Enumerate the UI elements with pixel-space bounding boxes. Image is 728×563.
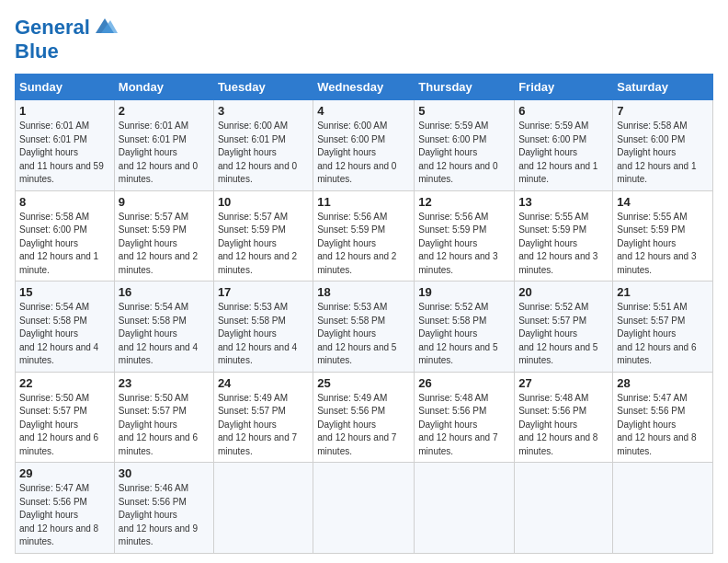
day-detail: Sunrise: 5:46 AMSunset: 5:56 PMDaylight … xyxy=(119,483,198,546)
table-cell: 10 Sunrise: 5:57 AMSunset: 5:59 PMDaylig… xyxy=(213,190,313,282)
table-cell: 8 Sunrise: 5:58 AMSunset: 6:00 PMDayligh… xyxy=(16,190,115,282)
table-cell: 4 Sunrise: 6:00 AMSunset: 6:00 PMDayligh… xyxy=(313,100,415,191)
table-cell: 6 Sunrise: 5:59 AMSunset: 6:00 PMDayligh… xyxy=(515,100,613,191)
table-cell: 24 Sunrise: 5:49 AMSunset: 5:57 PMDaylig… xyxy=(213,372,313,463)
day-number: 21 xyxy=(617,285,709,299)
day-detail: Sunrise: 5:47 AMSunset: 5:56 PMDaylight … xyxy=(19,483,98,546)
table-cell xyxy=(415,463,515,554)
day-detail: Sunrise: 5:47 AMSunset: 5:56 PMDaylight … xyxy=(617,393,696,456)
day-detail: Sunrise: 6:01 AMSunset: 6:01 PMDaylight … xyxy=(119,121,198,184)
col-header-tuesday: Tuesday xyxy=(213,75,313,100)
table-cell: 30 Sunrise: 5:46 AMSunset: 5:56 PMDaylig… xyxy=(114,463,213,554)
day-detail: Sunrise: 5:48 AMSunset: 5:56 PMDaylight … xyxy=(518,393,597,456)
logo-icon xyxy=(92,15,118,40)
table-cell: 15 Sunrise: 5:54 AMSunset: 5:58 PMDaylig… xyxy=(16,282,115,373)
table-cell xyxy=(613,463,713,554)
table-cell: 16 Sunrise: 5:54 AMSunset: 5:58 PMDaylig… xyxy=(114,282,213,373)
day-number: 30 xyxy=(119,466,210,480)
day-number: 25 xyxy=(317,376,410,390)
col-header-thursday: Thursday xyxy=(415,75,515,100)
day-number: 19 xyxy=(418,285,510,299)
day-detail: Sunrise: 5:52 AMSunset: 5:57 PMDaylight … xyxy=(518,302,597,365)
day-number: 1 xyxy=(19,104,110,118)
day-detail: Sunrise: 5:49 AMSunset: 5:56 PMDaylight … xyxy=(317,393,396,456)
table-cell: 11 Sunrise: 5:56 AMSunset: 5:59 PMDaylig… xyxy=(313,190,415,282)
day-detail: Sunrise: 5:55 AMSunset: 5:59 PMDaylight … xyxy=(518,212,597,275)
col-header-monday: Monday xyxy=(114,75,213,100)
day-detail: Sunrise: 5:55 AMSunset: 5:59 PMDaylight … xyxy=(617,212,696,275)
table-cell: 18 Sunrise: 5:53 AMSunset: 5:58 PMDaylig… xyxy=(313,282,415,373)
day-number: 11 xyxy=(317,195,410,209)
table-cell: 29 Sunrise: 5:47 AMSunset: 5:56 PMDaylig… xyxy=(16,463,115,554)
table-cell: 20 Sunrise: 5:52 AMSunset: 5:57 PMDaylig… xyxy=(515,282,613,373)
day-detail: Sunrise: 5:53 AMSunset: 5:58 PMDaylight … xyxy=(218,302,297,365)
header: General Blue xyxy=(15,15,713,63)
col-header-saturday: Saturday xyxy=(613,75,713,100)
day-detail: Sunrise: 5:49 AMSunset: 5:57 PMDaylight … xyxy=(218,393,297,456)
day-number: 16 xyxy=(119,285,210,299)
day-number: 8 xyxy=(19,195,110,209)
day-number: 23 xyxy=(119,376,210,390)
day-detail: Sunrise: 5:59 AMSunset: 6:00 PMDaylight … xyxy=(518,121,597,184)
day-detail: Sunrise: 5:58 AMSunset: 6:00 PMDaylight … xyxy=(19,212,98,275)
table-cell: 7 Sunrise: 5:58 AMSunset: 6:00 PMDayligh… xyxy=(613,100,713,191)
day-detail: Sunrise: 5:52 AMSunset: 5:58 PMDaylight … xyxy=(418,302,497,365)
day-number: 7 xyxy=(617,104,709,118)
day-detail: Sunrise: 5:54 AMSunset: 5:58 PMDaylight … xyxy=(119,302,198,365)
logo: General Blue xyxy=(15,15,118,63)
day-number: 4 xyxy=(317,104,410,118)
day-number: 27 xyxy=(518,376,609,390)
day-detail: Sunrise: 5:57 AMSunset: 5:59 PMDaylight … xyxy=(119,212,198,275)
table-cell: 3 Sunrise: 6:00 AMSunset: 6:01 PMDayligh… xyxy=(213,100,313,191)
day-number: 29 xyxy=(19,466,110,480)
day-detail: Sunrise: 5:53 AMSunset: 5:58 PMDaylight … xyxy=(317,302,396,365)
day-number: 13 xyxy=(518,195,609,209)
table-cell: 26 Sunrise: 5:48 AMSunset: 5:56 PMDaylig… xyxy=(415,372,515,463)
table-cell: 2 Sunrise: 6:01 AMSunset: 6:01 PMDayligh… xyxy=(114,100,213,191)
day-number: 22 xyxy=(19,376,110,390)
day-detail: Sunrise: 5:56 AMSunset: 5:59 PMDaylight … xyxy=(317,212,396,275)
day-detail: Sunrise: 6:00 AMSunset: 6:00 PMDaylight … xyxy=(317,121,396,184)
day-detail: Sunrise: 5:58 AMSunset: 6:00 PMDaylight … xyxy=(617,121,696,184)
table-cell: 19 Sunrise: 5:52 AMSunset: 5:58 PMDaylig… xyxy=(415,282,515,373)
logo-text2: Blue xyxy=(15,40,118,63)
table-cell: 12 Sunrise: 5:56 AMSunset: 5:59 PMDaylig… xyxy=(415,190,515,282)
day-number: 15 xyxy=(19,285,110,299)
table-cell xyxy=(213,463,313,554)
day-number: 14 xyxy=(617,195,709,209)
day-number: 20 xyxy=(518,285,609,299)
table-cell: 23 Sunrise: 5:50 AMSunset: 5:57 PMDaylig… xyxy=(114,372,213,463)
table-cell xyxy=(313,463,415,554)
day-number: 12 xyxy=(418,195,510,209)
table-cell: 28 Sunrise: 5:47 AMSunset: 5:56 PMDaylig… xyxy=(613,372,713,463)
day-number: 3 xyxy=(218,104,309,118)
day-detail: Sunrise: 5:51 AMSunset: 5:57 PMDaylight … xyxy=(617,302,696,365)
day-detail: Sunrise: 5:59 AMSunset: 6:00 PMDaylight … xyxy=(418,121,497,184)
table-cell: 27 Sunrise: 5:48 AMSunset: 5:56 PMDaylig… xyxy=(515,372,613,463)
table-cell: 1 Sunrise: 6:01 AMSunset: 6:01 PMDayligh… xyxy=(16,100,115,191)
table-cell: 14 Sunrise: 5:55 AMSunset: 5:59 PMDaylig… xyxy=(613,190,713,282)
table-cell: 25 Sunrise: 5:49 AMSunset: 5:56 PMDaylig… xyxy=(313,372,415,463)
day-number: 24 xyxy=(218,376,309,390)
day-detail: Sunrise: 5:57 AMSunset: 5:59 PMDaylight … xyxy=(218,212,297,275)
day-detail: Sunrise: 6:00 AMSunset: 6:01 PMDaylight … xyxy=(218,121,297,184)
col-header-sunday: Sunday xyxy=(16,75,115,100)
table-cell xyxy=(515,463,613,554)
table-cell: 13 Sunrise: 5:55 AMSunset: 5:59 PMDaylig… xyxy=(515,190,613,282)
day-detail: Sunrise: 5:54 AMSunset: 5:58 PMDaylight … xyxy=(19,302,98,365)
day-detail: Sunrise: 5:50 AMSunset: 5:57 PMDaylight … xyxy=(119,393,198,456)
day-number: 17 xyxy=(218,285,309,299)
day-detail: Sunrise: 5:50 AMSunset: 5:57 PMDaylight … xyxy=(19,393,98,456)
col-header-friday: Friday xyxy=(515,75,613,100)
day-number: 28 xyxy=(617,376,709,390)
table-cell: 9 Sunrise: 5:57 AMSunset: 5:59 PMDayligh… xyxy=(114,190,213,282)
day-number: 26 xyxy=(418,376,510,390)
col-header-wednesday: Wednesday xyxy=(313,75,415,100)
day-detail: Sunrise: 5:48 AMSunset: 5:56 PMDaylight … xyxy=(418,393,497,456)
table-cell: 21 Sunrise: 5:51 AMSunset: 5:57 PMDaylig… xyxy=(613,282,713,373)
day-number: 5 xyxy=(418,104,510,118)
day-detail: Sunrise: 5:56 AMSunset: 5:59 PMDaylight … xyxy=(418,212,497,275)
day-number: 6 xyxy=(518,104,609,118)
day-detail: Sunrise: 6:01 AMSunset: 6:01 PMDaylight … xyxy=(19,121,104,184)
day-number: 10 xyxy=(218,195,309,209)
